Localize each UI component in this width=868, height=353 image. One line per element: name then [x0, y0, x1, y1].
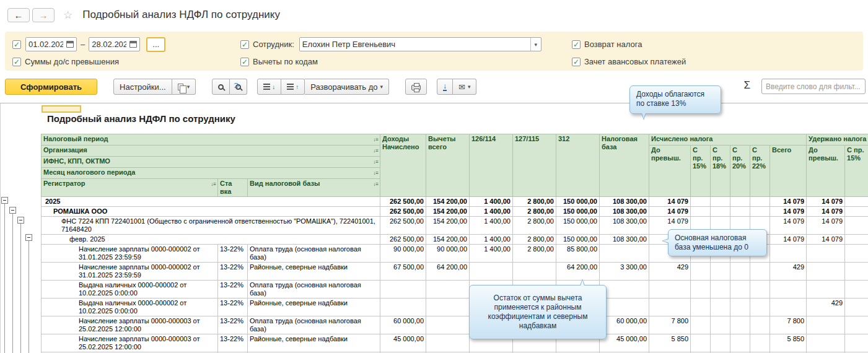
report-cell[interactable]: Начисление зарплаты 0000-000002 от 31.01… [42, 263, 218, 281]
report-cell[interactable]: 150 000,00 [556, 217, 600, 235]
header-calc-total[interactable]: Всего [770, 146, 807, 197]
period-more-button[interactable]: ... [146, 37, 165, 52]
report-cell[interactable]: Оплата труда (основная налоговая база) [248, 316, 380, 334]
header-calc-22[interactable]: С пр. 22% [750, 146, 770, 197]
report-cell[interactable] [711, 263, 730, 281]
report-cell[interactable]: Начисление зарплаты 0000-000003 от 25.02… [42, 334, 218, 352]
print-button[interactable] [405, 79, 427, 95]
report-cell[interactable] [600, 245, 649, 263]
tree-collapse-toggle-year[interactable] [1, 197, 8, 204]
period-checkbox[interactable]: ✓ [12, 40, 21, 49]
back-button[interactable]: ← [7, 8, 30, 22]
forward-button[interactable]: → [32, 8, 55, 22]
report-cell[interactable]: 108 300,00 [600, 217, 649, 235]
report-cell[interactable]: 2 800,00 [513, 245, 556, 263]
report-cell[interactable] [730, 197, 750, 207]
report-cell[interactable]: 7 800 [770, 316, 807, 334]
header-ifns[interactable]: ИФНС, КПП, ОКТМО↓≡ [42, 157, 380, 168]
report-cell[interactable] [750, 334, 770, 352]
report-cell[interactable] [845, 245, 868, 263]
header-organization[interactable]: Организация↓≡ [42, 146, 380, 157]
report-cell[interactable] [649, 299, 691, 316]
report-cell[interactable]: 108 300,00 [600, 197, 649, 207]
report-cell[interactable] [807, 245, 845, 263]
report-cell[interactable] [711, 207, 730, 217]
report-cell[interactable]: 108 300,00 [600, 235, 649, 245]
report-cell[interactable]: 60 000,00 [600, 316, 649, 334]
report-cell[interactable] [770, 245, 807, 263]
report-cell[interactable] [845, 299, 868, 316]
deduction-codes-checkbox[interactable]: ✓ [240, 58, 249, 66]
header-calc-20[interactable]: С пр. 20% [730, 146, 750, 197]
report-cell[interactable] [845, 334, 868, 352]
report-cell[interactable]: 262 500,00 [380, 235, 426, 245]
report-cell[interactable] [807, 334, 845, 352]
report-cell[interactable]: февр. 2025 [42, 235, 380, 245]
settings-button[interactable]: Настройки... [113, 79, 172, 95]
report-cell[interactable]: 5 850 [649, 334, 691, 352]
header-deductions[interactable]: Вычеты всего [426, 134, 470, 197]
report-cell[interactable]: Выдача наличных 0000-000002 от 10.02.202… [42, 299, 218, 316]
header-calculated-group[interactable]: Исчислено налога [649, 134, 807, 146]
report-cell[interactable] [750, 281, 770, 299]
report-cell[interactable] [426, 316, 470, 334]
header-withheld-group[interactable]: Удержано налога [807, 134, 868, 146]
report-cell[interactable]: 5 850 [770, 334, 807, 352]
report-cell[interactable] [691, 281, 711, 299]
report-cell[interactable]: 1 400,00 [470, 207, 513, 217]
report-cell[interactable] [750, 207, 770, 217]
report-cell[interactable]: 13-22% [218, 334, 248, 352]
report-cell[interactable]: 14 079 [807, 235, 845, 245]
header-income[interactable]: Доходы Начислено [380, 134, 426, 197]
header-code-312[interactable]: 312 [556, 134, 600, 197]
report-cell[interactable]: 14 079 [649, 197, 691, 207]
report-cell[interactable]: 14 079 [770, 197, 807, 207]
report-cell[interactable]: Начисление зарплаты 0000-000002 от 31.01… [42, 245, 218, 263]
advance-offset-checkbox[interactable]: ✓ [572, 58, 581, 66]
report-cell[interactable]: 3 300,00 [600, 263, 649, 281]
report-cell[interactable] [770, 299, 807, 316]
save-report-button[interactable]: ↓ [437, 79, 453, 95]
report-cell[interactable] [845, 207, 868, 217]
report-cell[interactable] [691, 316, 711, 334]
tree-collapse-toggle-org[interactable] [9, 207, 16, 214]
quick-filter-input[interactable] [761, 79, 866, 94]
header-calc-to-excess[interactable]: До превыш. [649, 146, 691, 197]
search-button[interactable] [212, 79, 230, 95]
report-cell[interactable] [845, 217, 868, 235]
report-cell[interactable]: 1 400,00 [470, 217, 513, 235]
header-calc-15[interactable]: С пр. 15% [691, 146, 711, 197]
report-cell[interactable]: 429 [770, 263, 807, 281]
calendar-icon[interactable] [66, 41, 74, 48]
report-cell[interactable] [730, 263, 750, 281]
header-code-127[interactable]: 127/115 [513, 134, 556, 197]
report-cell[interactable] [730, 207, 750, 217]
sort-icon[interactable]: ↓≡ [373, 147, 379, 155]
search-next-button[interactable] [230, 79, 247, 95]
report-cell[interactable]: 67 500,00 [380, 263, 426, 281]
report-cell[interactable] [845, 235, 868, 245]
report-cell[interactable] [807, 263, 845, 281]
report-cell[interactable]: 429 [807, 299, 845, 316]
report-cell[interactable]: 14 079 [807, 207, 845, 217]
report-cell[interactable]: Районные, северные надбавки [248, 263, 380, 281]
report-cell[interactable] [730, 281, 750, 299]
report-cell[interactable] [845, 197, 868, 207]
report-variants-button[interactable]: ▾ [172, 79, 196, 95]
report-cell[interactable] [691, 207, 711, 217]
report-cell[interactable] [770, 281, 807, 299]
report-cell[interactable]: 154 200,00 [426, 217, 470, 235]
report-cell[interactable] [711, 316, 730, 334]
header-month[interactable]: Месяц налогового периода↓≡ [42, 168, 380, 179]
employee-input[interactable] [300, 38, 530, 51]
header-tax-period[interactable]: Налоговый период↓≡ [42, 134, 380, 146]
generate-button[interactable]: Сформировать [5, 79, 97, 95]
report-cell[interactable] [426, 281, 470, 299]
report-cell[interactable]: 13-22% [218, 245, 248, 263]
header-tax-base[interactable]: Налоговая база [600, 134, 649, 197]
report-cell[interactable] [730, 299, 750, 316]
report-cell[interactable]: 2 800,00 [513, 197, 556, 207]
report-cell[interactable]: 64 200,00 [426, 263, 470, 281]
report-cell[interactable] [691, 263, 711, 281]
report-cell[interactable] [426, 334, 470, 352]
